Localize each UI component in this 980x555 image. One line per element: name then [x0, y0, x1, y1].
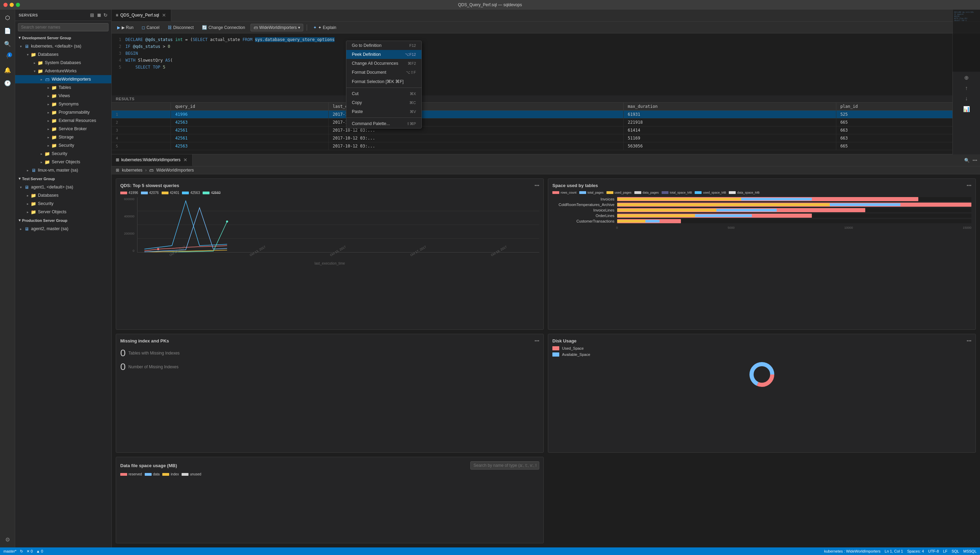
language-info[interactable]: SQL — [951, 549, 959, 553]
results-table-container[interactable]: query_id last_execution_... max_duration… — [112, 103, 980, 154]
notification-icon[interactable]: 🔔 — [2, 65, 13, 75]
server-icon: 🖥 — [23, 184, 30, 190]
dialect-info[interactable]: MSSQL — [963, 549, 977, 553]
explain-button[interactable]: ✦ ✦ Explain — [311, 24, 339, 31]
sidebar-item-views[interactable]: ▸ 📁 Views — [15, 91, 111, 100]
history-icon[interactable]: 🕐 — [2, 78, 13, 88]
grid-icon: ⊞ — [116, 157, 119, 162]
tab-qds-query[interactable]: ≡ QDS_Query_Perf.sql ✕ — [112, 10, 171, 21]
sidebar-item-wideworldimporters[interactable]: ▸ 🗃 WideWorldImporters — [15, 75, 111, 83]
group-test[interactable]: ▾ Test Server Group — [15, 174, 111, 183]
sidebar-item-server-objects-agent1[interactable]: ▸ 📁 Server Objects — [15, 208, 111, 216]
more-options-icon[interactable]: ••• — [972, 158, 977, 163]
ctx-format-document[interactable]: Format Document ⌥⇧F — [346, 68, 422, 77]
group-dev[interactable]: ▾ Development Server Group — [15, 34, 111, 42]
sidebar-item-databases-agent1[interactable]: ▸ 📁 Databases — [15, 191, 111, 199]
folder-icon: 📁 — [51, 84, 57, 91]
down-arrow-icon[interactable]: ↓ — [965, 95, 968, 102]
server-search[interactable] — [15, 21, 111, 34]
chevron-right-icon: ▸ — [45, 126, 51, 132]
sidebar-item-databases[interactable]: ▾ 📁 Databases — [15, 50, 111, 59]
table-row[interactable]: 2 42563 2017-10-12 03:... 221918 665 — [112, 119, 980, 127]
sidebar-item-storage[interactable]: ▸ 📁 Storage — [15, 133, 111, 141]
folder-icon: 📁 — [51, 101, 57, 107]
space-card-menu[interactable]: ••• — [967, 183, 971, 188]
group-production[interactable]: ▾ Production Server Group — [15, 216, 111, 225]
sidebar-item-security-1[interactable]: ▸ 📁 Security — [15, 141, 111, 149]
sidebar-item-synonyms[interactable]: ▸ 📁 Synonyms — [15, 100, 111, 108]
tab-dashboard[interactable]: ⊞ kubernetes:WideWorldImporters ✕ — [112, 154, 192, 166]
table-row[interactable]: 4 42561 2017-10-12 03:... 51169 663 — [112, 134, 980, 142]
missing-card-menu[interactable]: ••• — [534, 338, 539, 343]
chevron-down-icon: ▾ — [298, 25, 300, 30]
sidebar-item-adventureworks[interactable]: ▾ 📁 AdventureWorks — [15, 67, 111, 75]
settings-icon[interactable]: ⚙ — [2, 534, 13, 545]
close-dot[interactable] — [3, 3, 8, 7]
table-row[interactable]: 1 41996 2017-10-11 10:... 61931 525 — [112, 111, 980, 119]
chevron-right-icon: ▸ — [45, 101, 51, 107]
up-arrow-icon[interactable]: ↑ — [965, 85, 968, 91]
editor-tab-bar: ≡ QDS_Query_Perf.sql ✕ — [112, 10, 980, 22]
disconnect-icon[interactable]: ⏹ — [96, 13, 102, 18]
sidebar-item-programmability[interactable]: ▸ 📁 Programmability — [15, 108, 111, 116]
search-icon[interactable]: 🔍 — [964, 158, 970, 163]
ctx-peek-definition[interactable]: Peek Definition ⌥F12 — [346, 50, 422, 59]
sidebar-item-security-agent1[interactable]: ▸ 📁 Security — [15, 199, 111, 208]
datafile-card: Data file space usage (MB) reserved data… — [116, 457, 544, 543]
sidebar-item-tables[interactable]: ▸ 📁 Tables — [15, 83, 111, 91]
ctx-format-selection[interactable]: Format Selection [⌘K ⌘F] — [346, 77, 422, 86]
qds-card-menu[interactable]: ••• — [534, 183, 539, 188]
branch-indicator[interactable]: master* — [3, 549, 16, 553]
explorer-icon[interactable]: 📄 — [2, 26, 13, 36]
change-connection-button[interactable]: 🔄 Change Connection — [199, 24, 248, 31]
dashboard-area: ⊞ kubernetes:WideWorldImporters ✕ 🔍 ••• … — [112, 154, 980, 547]
cancel-button[interactable]: ◻ Cancel — [139, 24, 162, 31]
editor-line-4: 4 WITH SlowestQry AS( — [112, 57, 980, 64]
sidebar-item-service-broker[interactable]: ▸ 📁 Service Broker — [15, 125, 111, 133]
chevron-right-icon: ▸ — [38, 77, 44, 82]
folder-icon: 📁 — [51, 93, 57, 99]
sidebar-item-server-objects-1[interactable]: ▸ 📁 Server Objects — [15, 158, 111, 166]
code-editor[interactable]: 1 DECLARE @qds_status int = (SELECT actu… — [112, 34, 980, 95]
sync-icon[interactable]: ↻ — [20, 549, 23, 553]
search-input[interactable] — [18, 23, 109, 31]
disconnect-button[interactable]: ⛓ Disconnect — [165, 24, 196, 31]
ctx-command-palette[interactable]: Command Palette... ⇧⌘P — [346, 119, 422, 128]
ctx-go-to-definition[interactable]: Go to Definition F12 — [346, 41, 422, 50]
chart-icon[interactable]: 📊 — [963, 106, 970, 112]
warnings-indicator[interactable]: ▲ 0 — [36, 549, 43, 553]
errors-indicator[interactable]: ✕ 0 — [27, 549, 33, 553]
editor-toolbar: ▶ ▶ Run ◻ Cancel ⛓ Disconnect 🔄 Change C… — [112, 22, 980, 34]
close-tab-icon[interactable]: ✕ — [161, 13, 167, 18]
sidebar-item-kubernetes[interactable]: ▾ 🖥 kubernetes, <default> (sa) — [15, 42, 111, 50]
sidebar-item-security-2[interactable]: ▸ 📁 Security — [15, 149, 111, 158]
table-row[interactable]: 5 42563 2017-10-12 03:... 563056 665 — [112, 142, 980, 150]
maximize-dot[interactable] — [16, 3, 20, 7]
chevron-down-icon: ▾ — [19, 218, 21, 223]
disk-card-menu[interactable]: ••• — [967, 338, 971, 343]
table-row[interactable]: 3 42561 2017-10-12 03:... 61414 663 — [112, 127, 980, 134]
connection-dropdown[interactable]: 🗃 WideWorldImporters ▾ — [250, 24, 303, 31]
sidebar-item-external-resources[interactable]: ▸ 📁 External Resources — [15, 116, 111, 125]
line-ending-info: LF — [943, 549, 948, 553]
datafile-search[interactable] — [470, 461, 539, 470]
ctx-copy[interactable]: Copy ⌘C — [346, 98, 422, 107]
minimize-dot[interactable] — [10, 3, 14, 7]
close-tab-icon[interactable]: ✕ — [183, 157, 188, 163]
sidebar-item-agent2[interactable]: ▸ 🖥 agent2, master (sa) — [15, 225, 111, 233]
sidebar-item-linux-vm[interactable]: ▸ 🖥 linux-vm, master (sa) — [15, 166, 111, 174]
source-control-icon[interactable]: ⑂ 1 — [2, 52, 13, 62]
dashboard-breadcrumb: ⊞ kubernetes › 🗃 WideWorldImporters — [112, 167, 980, 174]
search-icon[interactable]: 🔍 — [2, 38, 13, 49]
servers-icon[interactable]: ⬡ — [2, 13, 13, 23]
refresh-icon[interactable]: ↻ — [103, 13, 108, 18]
ctx-paste[interactable]: Paste ⌘V — [346, 107, 422, 116]
ctx-cut[interactable]: Cut ⌘X — [346, 89, 422, 98]
ctx-change-all[interactable]: Change All Occurrences ⌘F2 — [346, 59, 422, 68]
add-server-icon[interactable]: ⊞ — [90, 13, 95, 18]
sidebar-item-system-databases[interactable]: ▸ 📁 System Databases — [15, 59, 111, 67]
add-icon[interactable]: ⊕ — [964, 74, 969, 81]
sidebar-item-agent1[interactable]: ▾ 🖥 agent1, <default> (sa) — [15, 183, 111, 191]
run-button[interactable]: ▶ ▶ Run — [114, 24, 136, 31]
connection-info: kubernetes : WideWorldImporters — [824, 549, 881, 553]
